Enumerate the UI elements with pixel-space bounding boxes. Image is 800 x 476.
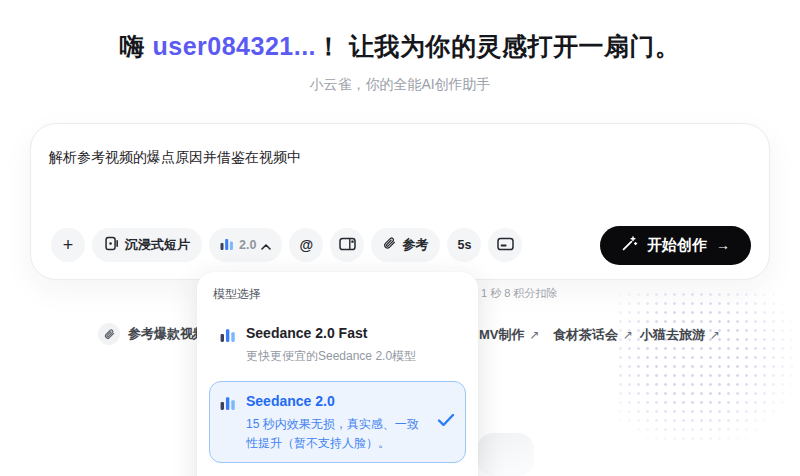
paperclip-icon — [383, 237, 396, 253]
suggestion-label: 小猫去旅游 — [640, 326, 705, 344]
suggestion-label: 食材茶话会 — [553, 326, 618, 344]
caption-button[interactable] — [488, 228, 522, 262]
greeting-prefix: 嗨 — [120, 32, 153, 60]
credit-cost-note: 1 秒 8 积分扣除 — [481, 286, 557, 301]
suggestion-mv-making[interactable]: MV制作 ↗ — [479, 326, 540, 344]
prompt-card: 解析参考视频的爆点原因并借鉴在视频中 + 沉浸式短片 2.0 @ — [30, 123, 770, 280]
model-option-seedance-2-fast[interactable]: Seedance 2.0 Fast 更快更便宜的Seedance 2.0模型 — [209, 313, 466, 377]
immersive-mode-button[interactable]: 沉浸式短片 — [92, 228, 202, 262]
model-bars-icon — [220, 395, 236, 414]
reference-button[interactable]: 参考 — [371, 228, 440, 262]
duration-button[interactable]: 5s — [447, 228, 481, 262]
greeting-heading: 嗨 user084321...！ 让我为你的灵感打开一扇门。 — [0, 30, 800, 63]
immersive-mode-label: 沉浸式短片 — [125, 236, 190, 254]
model-option-seedance-1-5[interactable]: Seedance 1.5 音画直出，轻松打造沉浸式短片 — [209, 467, 466, 476]
username: user084321... — [152, 32, 316, 60]
model-bars-icon — [220, 327, 236, 346]
external-arrow-icon: ↗ — [710, 328, 720, 342]
suggestion-food-tea-party[interactable]: 食材茶话会 ↗ — [553, 326, 633, 344]
assistant-subtitle: 小云雀，你的全能AI创作助手 — [0, 76, 800, 94]
check-icon — [437, 413, 455, 431]
model-bars-icon — [220, 237, 234, 253]
model-selector-button[interactable]: 2.0 — [209, 228, 282, 262]
mention-button[interactable]: @ — [289, 228, 323, 262]
start-create-label: 开始创作 — [647, 236, 707, 255]
caption-icon — [497, 237, 514, 254]
arrow-right-icon: → — [716, 237, 730, 253]
prompt-input[interactable]: 解析参考视频的爆点原因并借鉴在视频中 — [49, 147, 751, 168]
aspect-ratio-icon — [339, 237, 356, 254]
suggestion-cat-travel[interactable]: 小猫去旅游 ↗ — [640, 326, 720, 344]
page: 嗨 user084321...！ 让我为你的灵感打开一扇门。 小云雀，你的全能A… — [0, 0, 800, 476]
model-version-label: 2.0 — [239, 238, 256, 252]
paperclip-icon — [98, 323, 120, 345]
model-option-name: Seedance 2.0 — [246, 392, 425, 410]
suggestion-label: MV制作 — [479, 326, 525, 344]
model-select-menu: 模型选择 Seedance 2.0 Fast 更快更便宜的Seedance 2.… — [197, 272, 478, 476]
external-arrow-icon: ↗ — [623, 328, 633, 342]
decorative-dot-grid — [616, 290, 794, 446]
magic-wand-icon — [621, 235, 638, 255]
duration-label: 5s — [457, 238, 471, 252]
plus-icon: + — [63, 236, 74, 254]
at-icon: @ — [300, 237, 314, 253]
model-menu-title: 模型选择 — [209, 286, 466, 313]
model-option-name: Seedance 2.0 Fast — [246, 324, 416, 342]
immersive-video-icon — [104, 236, 119, 254]
suggestion-label: 参考爆款视频 — [128, 325, 206, 343]
start-create-button[interactable]: 开始创作 → — [600, 226, 751, 265]
add-attachment-button[interactable]: + — [51, 228, 85, 262]
greeting-suffix: ！ 让我为你的灵感打开一扇门。 — [316, 32, 680, 60]
reference-label: 参考 — [402, 236, 428, 254]
model-option-desc: 更快更便宜的Seedance 2.0模型 — [246, 347, 416, 366]
external-arrow-icon: ↗ — [530, 328, 540, 342]
chevron-up-icon — [261, 238, 271, 253]
peeking-card — [477, 433, 534, 476]
prompt-toolbar: + 沉浸式短片 2.0 @ — [51, 226, 751, 264]
aspect-ratio-button[interactable] — [330, 228, 364, 262]
model-option-seedance-2[interactable]: Seedance 2.0 15 秒内效果无损，真实感、一致性提升（暂不支持人脸）… — [209, 381, 466, 463]
model-option-desc: 15 秒内效果无损，真实感、一致性提升（暂不支持人脸）。 — [246, 415, 425, 452]
